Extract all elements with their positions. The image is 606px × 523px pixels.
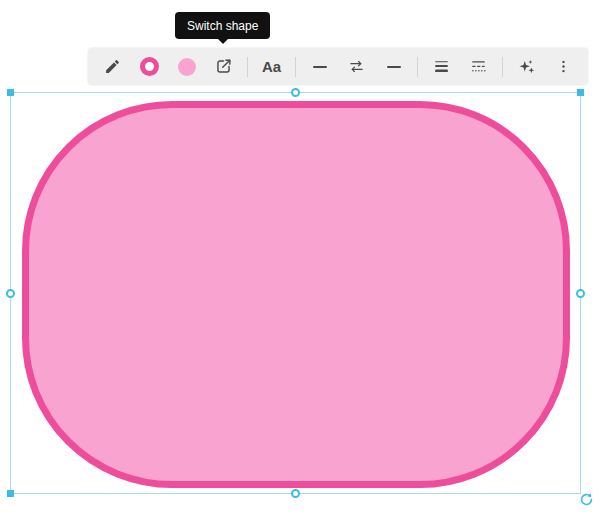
fill-color-circle-icon [178,58,196,76]
switch-shape-icon [214,57,233,76]
selection-handle-top[interactable] [291,88,300,97]
toolbar-divider [502,57,503,77]
border-style-button[interactable] [462,52,495,81]
line-cap-end-button[interactable] [377,52,410,81]
swap-arrows-icon [348,58,365,75]
toolbar-divider [295,57,296,77]
border-color-button[interactable] [133,52,166,81]
minus-line-icon [387,66,401,68]
fill-color-button[interactable] [170,52,203,81]
tooltip-switch-shape: Switch shape [175,12,270,39]
rotate-ccw-icon [579,492,594,507]
toolbar-divider [417,57,418,77]
kebab-menu-icon [555,58,572,75]
text-aa-label: Aa [262,58,281,75]
toolbar-divider [247,57,248,77]
ai-sparkle-button[interactable] [510,52,543,81]
switch-shape-button[interactable] [207,52,240,81]
tooltip-text: Switch shape [187,19,258,33]
selection-handle-right[interactable] [576,289,585,298]
border-color-ring-icon [140,57,159,76]
swap-direction-button[interactable] [340,52,373,81]
border-style-icon [470,58,487,75]
selection-box [10,92,581,494]
selection-handle-left[interactable] [6,289,15,298]
line-cap-start-button[interactable] [303,52,336,81]
pencil-icon [104,58,121,75]
shape-toolbar: Aa [88,48,588,85]
border-weight-icon [433,58,450,75]
minus-line-icon [313,66,327,68]
sparkle-icon [518,58,536,76]
text-style-button[interactable]: Aa [255,52,288,81]
selection-handle-bottom-left[interactable] [7,490,14,497]
selection-handle-top-right[interactable] [577,89,584,96]
canvas[interactable]: Switch shape Aa [0,0,606,523]
rotate-handle[interactable] [578,491,594,507]
more-options-button[interactable] [547,52,580,81]
selection-handle-top-left[interactable] [7,89,14,96]
border-weight-button[interactable] [425,52,458,81]
draw-pencil-button[interactable] [96,52,129,81]
selection-handle-bottom[interactable] [291,489,300,498]
